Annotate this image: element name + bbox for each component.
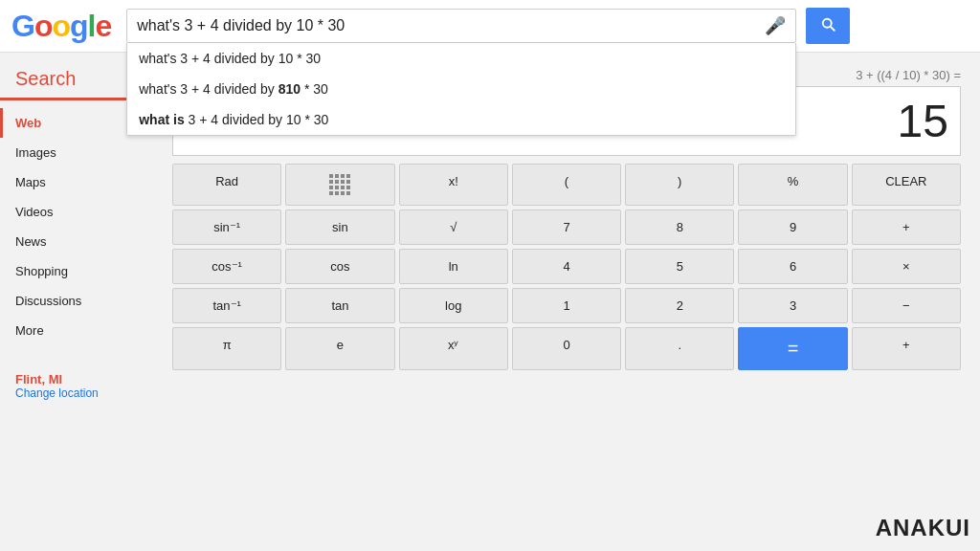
sidebar-item-videos[interactable]: Videos xyxy=(0,197,153,227)
calc-btn-percent[interactable]: % xyxy=(738,164,847,206)
sidebar-item-discussions[interactable]: Discussions xyxy=(0,286,153,316)
calc-btn-ln[interactable]: ln xyxy=(399,249,508,284)
calc-btn-pi[interactable]: π xyxy=(172,327,281,370)
sidebar-nav: Web Images Maps Videos News Shopping Dis… xyxy=(0,108,153,345)
calc-btn-arcsin[interactable]: sin⁻¹ xyxy=(172,209,281,245)
calc-btn-grid[interactable] xyxy=(285,164,394,206)
calc-btn-3[interactable]: 3 xyxy=(738,288,847,323)
calc-btn-0[interactable]: 0 xyxy=(512,327,621,370)
sidebar-location-name: Flint, MI xyxy=(15,372,138,386)
calc-btn-cos[interactable]: cos xyxy=(285,249,394,284)
calc-btn-arctan[interactable]: tan⁻¹ xyxy=(172,288,281,323)
calc-btn-dot[interactable]: . xyxy=(625,327,734,370)
calc-btn-6[interactable]: 6 xyxy=(738,249,847,284)
search-input-wrapper: 🎤 xyxy=(126,9,796,43)
calc-btn-9[interactable]: 9 xyxy=(738,209,847,245)
search-input[interactable] xyxy=(137,17,757,34)
header: Google 🎤 what's 3 + 4 divided by 10 * 30… xyxy=(0,0,980,53)
calc-btn-log[interactable]: log xyxy=(399,288,508,323)
calc-btn-equals[interactable]: = xyxy=(738,327,847,370)
calc-btn-open-paren[interactable]: ( xyxy=(512,164,621,206)
calc-btn-plus[interactable]: + xyxy=(852,209,961,245)
sidebar-item-shopping[interactable]: Shopping xyxy=(0,256,153,286)
calc-btn-close-paren[interactable]: ) xyxy=(625,164,734,206)
search-bar-container: 🎤 what's 3 + 4 divided by 10 * 30 what's… xyxy=(126,9,796,43)
calc-btn-minus[interactable]: − xyxy=(852,288,961,323)
calc-result: 15 xyxy=(898,95,948,147)
calc-btn-4[interactable]: 4 xyxy=(512,249,621,284)
calc-btn-7[interactable]: 7 xyxy=(512,209,621,245)
sidebar-item-maps[interactable]: Maps xyxy=(0,167,153,197)
sidebar-item-images[interactable]: Images xyxy=(0,138,153,167)
autocomplete-item-1[interactable]: what's 3 + 4 divided by 10 * 30 xyxy=(127,43,795,74)
calc-btn-2[interactable]: 2 xyxy=(625,288,734,323)
mic-icon[interactable]: 🎤 xyxy=(765,15,786,36)
calc-btn-e[interactable]: e xyxy=(285,327,394,370)
calc-btn-arccos[interactable]: cos⁻¹ xyxy=(172,249,281,284)
autocomplete-item-2[interactable]: what's 3 + 4 divided by 810 * 30 xyxy=(127,74,795,104)
calc-btn-8[interactable]: 8 xyxy=(625,209,734,245)
calc-btn-sin[interactable]: sin xyxy=(285,209,394,245)
calc-btn-power[interactable]: xʸ xyxy=(399,327,508,370)
calc-btn-5[interactable]: 5 xyxy=(625,249,734,284)
calc-btn-1[interactable]: 1 xyxy=(512,288,621,323)
calc-btn-clear[interactable]: CLEAR xyxy=(852,164,961,206)
calc-btn-rad[interactable]: Rad xyxy=(172,164,281,206)
sidebar-item-more[interactable]: More xyxy=(0,316,153,345)
calc-btn-plus-bottom[interactable]: + xyxy=(852,327,961,370)
calc-btn-sqrt[interactable]: √ xyxy=(399,209,508,245)
calc-btn-factorial[interactable]: x! xyxy=(399,164,508,206)
calc-buttons: Rad x! ( ) % CLEAR sin⁻¹ sin √ xyxy=(172,164,961,370)
search-button[interactable] xyxy=(806,8,850,44)
autocomplete-dropdown: what's 3 + 4 divided by 10 * 30 what's 3… xyxy=(126,43,796,136)
google-logo: Google xyxy=(11,9,111,44)
sidebar-item-news[interactable]: News xyxy=(0,227,153,256)
watermark: ANAKUI xyxy=(876,515,970,541)
autocomplete-item-3[interactable]: what is 3 + 4 divided by 10 * 30 xyxy=(127,104,795,135)
calc-btn-tan[interactable]: tan xyxy=(285,288,394,323)
sidebar-location: Flint, MI Change location xyxy=(0,364,153,408)
calc-btn-multiply[interactable]: × xyxy=(852,249,961,284)
sidebar-location-change[interactable]: Change location xyxy=(15,386,138,400)
